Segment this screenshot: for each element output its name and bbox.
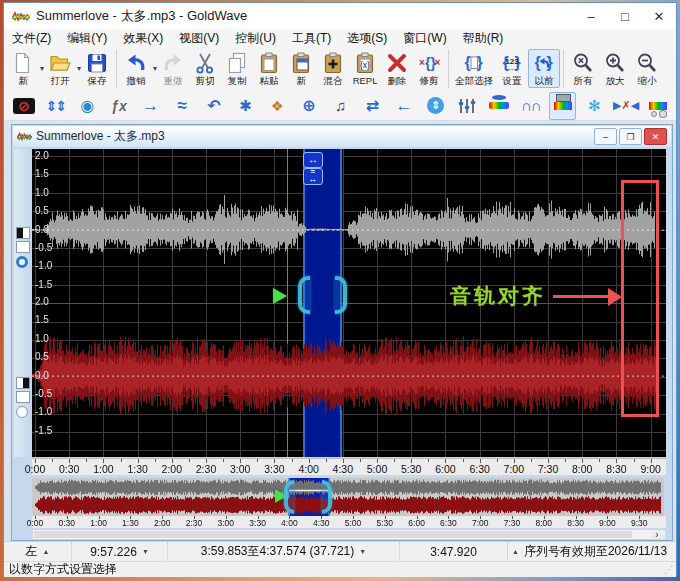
- down-arrow-icon[interactable]: ▼: [359, 548, 366, 555]
- right-channel-radio[interactable]: [16, 406, 28, 418]
- zoom-in-icon: [602, 51, 628, 75]
- toolbar-button-undo[interactable]: 撤销: [120, 49, 152, 88]
- effect-button-spectrum-view[interactable]: [644, 92, 672, 120]
- toolbar-button-cut[interactable]: 剪切: [189, 49, 221, 88]
- down-arrow-icon[interactable]: ▼: [142, 548, 149, 555]
- selection-left-handle[interactable]: [298, 276, 310, 314]
- overview-selection-left-handle[interactable]: [284, 480, 294, 514]
- overview-canvas[interactable]: [32, 478, 664, 516]
- selection-start-marker-icon[interactable]: ↔: [303, 152, 323, 168]
- effect-button-multiply[interactable]: ⊕: [295, 92, 323, 120]
- time-label: 2:00: [162, 463, 182, 475]
- right-channel-view-button[interactable]: [16, 377, 30, 389]
- toolbar-button-mix[interactable]: 混合: [317, 49, 349, 88]
- child-minimize-button[interactable]: –: [594, 128, 617, 145]
- selection-channel-marker-icon[interactable]: ≈↔: [303, 168, 323, 185]
- right-channel-toggle-button[interactable]: [16, 391, 30, 403]
- effect-button-equalizer[interactable]: [454, 92, 482, 120]
- effect-button-flanger[interactable]: ≈: [168, 92, 196, 120]
- toolbar-button-paste-new[interactable]: 新: [285, 49, 317, 88]
- close-button[interactable]: ✕: [642, 3, 676, 29]
- toolbar-button-zoom-in[interactable]: 放大: [599, 49, 631, 88]
- status-selection[interactable]: 3:59.853至4:37.574 (37.721) ▼: [168, 542, 400, 561]
- left-channel-radio[interactable]: [16, 256, 28, 268]
- effect-button-mechanize[interactable]: ✱: [232, 92, 260, 120]
- toolbar-button-replace[interactable]: {x}REPL: [349, 49, 381, 88]
- titlebar[interactable]: Summerlove - 太多.mp3 - GoldWave – □ ✕: [4, 3, 676, 29]
- redo-label: 重做: [164, 75, 183, 86]
- menu-edit[interactable]: 编辑(Y): [59, 29, 115, 48]
- status-length[interactable]: 9:57.226 ▼: [72, 542, 168, 561]
- amplitude-label: -1.0: [35, 407, 52, 417]
- effect-button-reverse[interactable]: ↶: [200, 92, 228, 120]
- effect-button-mute[interactable]: ⊘: [10, 92, 38, 120]
- effect-button-volume[interactable]: ⇕: [422, 92, 450, 120]
- status-channel[interactable]: 左 ▲: [4, 542, 72, 561]
- menu-view[interactable]: 视图(V): [171, 29, 227, 48]
- toolbar-button-trim[interactable]: {}××修剪: [413, 49, 445, 88]
- effect-button-shift-left[interactable]: ←: [390, 92, 418, 120]
- selection-right-handle[interactable]: [335, 276, 347, 314]
- waveform-canvas[interactable]: [32, 149, 666, 457]
- overview-selection-right-handle[interactable]: [322, 480, 332, 514]
- toolbar-button-delete[interactable]: 删除: [381, 49, 413, 88]
- maximize-button[interactable]: □: [608, 3, 642, 29]
- menu-help[interactable]: 帮助(R): [455, 29, 512, 48]
- effect-button-echo[interactable]: ⇄: [359, 92, 387, 120]
- menu-tool[interactable]: 工具(T): [284, 29, 339, 48]
- child-close-button[interactable]: ✕: [644, 128, 667, 145]
- effect-button-silence-reduction[interactable]: ▶✗◀: [612, 92, 640, 120]
- toolbar-button-new[interactable]: 新: [7, 49, 39, 88]
- child-restore-button[interactable]: ❐: [619, 128, 642, 145]
- effect-button-shape-volume[interactable]: [485, 92, 513, 120]
- sound-window-titlebar[interactable]: Summerlove - 太多.mp3 – ❐ ✕: [13, 126, 671, 147]
- menu-control[interactable]: 控制(U): [227, 29, 284, 48]
- effect-button-interpolate[interactable]: ❖: [264, 92, 292, 120]
- effect-button-pitch[interactable]: ♫: [327, 92, 355, 120]
- toolbar-button-copy[interactable]: 复制: [221, 49, 253, 88]
- overview-panel[interactable]: [32, 478, 664, 516]
- effect-button-gate[interactable]: ∩∩: [517, 92, 545, 120]
- toolbar-button-paste[interactable]: 粘贴: [253, 49, 285, 88]
- toolbar-group-delete: 删除: [381, 48, 413, 89]
- minimize-button[interactable]: –: [574, 3, 608, 29]
- scrollbar-thumb[interactable]: [34, 531, 632, 538]
- toolbar-button-set-selection[interactable]: {}123…设置: [496, 49, 528, 88]
- effect-button-pan[interactable]: ⇕⇕: [42, 92, 70, 120]
- horizontal-scrollbar[interactable]: ›: [32, 529, 666, 540]
- status-position[interactable]: 3:47.920: [400, 542, 508, 561]
- scrollbar-right-arrow-icon[interactable]: ›: [650, 530, 664, 539]
- save-label: 保存: [88, 75, 107, 86]
- toolbar-separator: [563, 50, 564, 88]
- menu-options[interactable]: 选项(S): [339, 29, 395, 48]
- copy-label: 复制: [228, 75, 247, 86]
- toolbar-button-select-all[interactable]: {}全部选择: [452, 49, 496, 88]
- toolbar-separator: [448, 50, 449, 88]
- menu-file[interactable]: 文件(Z): [4, 29, 59, 48]
- up-arrow-icon[interactable]: ▲: [43, 548, 50, 555]
- time-label: 5:00: [367, 463, 387, 475]
- toolbar-button-open[interactable]: 打开: [44, 49, 76, 88]
- toolbar-button-zoom-out[interactable]: 缩小: [631, 49, 663, 88]
- menu-effect[interactable]: 效果(X): [115, 29, 171, 48]
- up-arrow-icon[interactable]: ▲: [512, 548, 519, 555]
- effect-button-filter-spectrum[interactable]: [549, 92, 577, 120]
- zoom-out-label: 缩小: [638, 75, 657, 86]
- play-position-marker-icon[interactable]: [273, 288, 287, 304]
- effect-button-offset[interactable]: →: [137, 92, 165, 120]
- amplitude-label: -0.5: [35, 389, 52, 399]
- toolbar-button-previous-selection[interactable]: {}以前: [528, 49, 560, 88]
- left-channel-view-button[interactable]: [16, 227, 30, 239]
- toolbar-button-zoom-all[interactable]: 所有: [567, 49, 599, 88]
- window-title: Summerlove - 太多.mp3 - GoldWave: [36, 7, 247, 25]
- menu-window[interactable]: 窗口(W): [395, 29, 454, 48]
- effect-button-expression[interactable]: ƒx: [105, 92, 133, 120]
- toolbar-button-save[interactable]: 保存: [81, 49, 113, 88]
- overview-time-label: 5:00: [345, 518, 362, 528]
- left-channel-toggle-button[interactable]: [16, 241, 30, 253]
- resize-grip-icon[interactable]: ⋰: [664, 564, 674, 575]
- waveform-display[interactable]: 2.01.51.00.50.0-0.5-1.0-1.52.01.51.00.50…: [32, 149, 666, 457]
- effect-button-doppler[interactable]: ◉: [73, 92, 101, 120]
- effect-button-noise-reduction[interactable]: ✻: [580, 92, 608, 120]
- time-minor-tick: [223, 459, 224, 462]
